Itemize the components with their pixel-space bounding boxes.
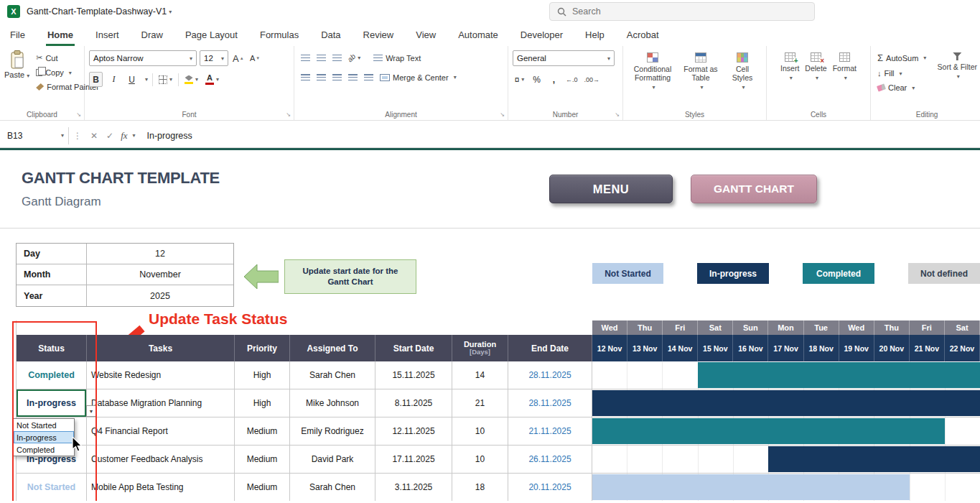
dialog-launcher-icon[interactable]: ↘ (615, 111, 620, 118)
align-left-button[interactable] (299, 70, 312, 85)
cell-assigned-to[interactable]: David Park (290, 446, 375, 473)
fill-button[interactable]: ↓Fill▾ (875, 68, 928, 79)
cell-priority[interactable]: High (235, 389, 290, 417)
underline-button[interactable]: U (125, 72, 139, 87)
gantt-bar[interactable] (592, 474, 910, 500)
cell-duration[interactable]: 18 (452, 474, 508, 501)
tab-home[interactable]: Home (46, 23, 75, 46)
tab-view[interactable]: View (414, 23, 437, 46)
dropdown-option-in-progress[interactable]: In-progress (14, 431, 74, 443)
gantt-bar[interactable] (768, 446, 980, 472)
tab-acrobat[interactable]: Acrobat (625, 23, 661, 46)
year-value-cell[interactable]: 2025 (87, 285, 233, 306)
format-as-table-button[interactable]: Format as Table▾ (679, 50, 722, 107)
autosum-button[interactable]: ΣAutoSum▾ (875, 51, 928, 65)
cell-priority[interactable]: Medium (235, 417, 290, 445)
cell-priority[interactable]: Medium (235, 446, 290, 473)
chevron-down-icon[interactable]: ▾ (169, 9, 172, 15)
cell-status[interactable]: Completed (17, 361, 87, 389)
dialog-launcher-icon[interactable]: ↘ (500, 111, 505, 118)
enter-icon[interactable]: ✓ (102, 131, 118, 141)
cell-start-date[interactable]: 8.11.2025 (375, 389, 452, 417)
font-color-button[interactable]: A▾ (204, 72, 220, 87)
decrease-decimal-button[interactable]: .00→ (583, 72, 602, 87)
tab-data[interactable]: Data (319, 23, 342, 46)
cell-task[interactable]: Mobile App Beta Testing (87, 474, 235, 501)
cell-assigned-to[interactable]: Mike Johnson (290, 389, 375, 417)
day-value-cell[interactable]: 12 (87, 244, 233, 264)
tab-developer[interactable]: Developer (519, 23, 564, 46)
cell-assigned-to[interactable]: Sarah Chen (290, 361, 375, 389)
align-top-button[interactable] (299, 50, 312, 65)
align-right-button[interactable] (330, 70, 344, 85)
gantt-bar[interactable] (592, 390, 980, 416)
formula-input[interactable]: In-progress (136, 131, 980, 141)
cell-duration[interactable]: 14 (452, 361, 508, 389)
bold-button[interactable]: B (89, 72, 103, 87)
paste-button[interactable]: Paste▾ (4, 50, 29, 93)
insert-cells-button[interactable]: +Insert▾ (779, 50, 801, 107)
cell-priority[interactable]: High (235, 361, 290, 389)
cell-end-date[interactable]: 20.11.2025 (508, 474, 592, 501)
cell-status[interactable]: Not Started (17, 474, 87, 501)
name-box[interactable]: B13▾ (0, 127, 69, 144)
search-input[interactable]: Search (549, 2, 815, 21)
workbook-title[interactable]: Gantt-Chart-Template-Dashway-V1 (27, 6, 167, 17)
decrease-indent-button[interactable] (346, 70, 360, 85)
cell-task[interactable]: Q4 Financial Report (87, 417, 235, 445)
cell-start-date[interactable]: 17.11.2025 (375, 446, 452, 473)
dialog-launcher-icon[interactable]: ↘ (76, 111, 81, 118)
fill-color-button[interactable]: ▾ (183, 72, 200, 87)
insert-function-icon[interactable]: fx (118, 130, 130, 142)
tab-page-layout[interactable]: Page Layout (184, 23, 239, 46)
tab-help[interactable]: Help (584, 23, 606, 46)
tab-file[interactable]: File (9, 23, 27, 46)
increase-decimal-button[interactable]: ←.0 (564, 72, 579, 87)
font-size-select[interactable]: 12▾ (200, 50, 228, 66)
format-cells-button[interactable]: Format▾ (831, 50, 858, 107)
menu-button[interactable]: MENU (549, 175, 673, 203)
cell-end-date[interactable]: 21.11.2025 (508, 417, 592, 445)
percent-style-button[interactable]: % (530, 72, 543, 87)
cell-status-selected[interactable]: In-progress (17, 389, 87, 417)
increase-indent-button[interactable] (362, 70, 375, 85)
cell-dropdown-button[interactable]: ▼ (86, 405, 96, 417)
conditional-formatting-button[interactable]: Conditional Formatting▾ (627, 50, 678, 107)
dropdown-option-completed[interactable]: Completed (14, 443, 74, 456)
cell-start-date[interactable]: 15.11.2025 (375, 361, 452, 389)
dialog-launcher-icon[interactable]: ↘ (286, 111, 291, 118)
cell-assigned-to[interactable]: Sarah Chen (290, 474, 375, 501)
align-center-button[interactable] (314, 70, 328, 85)
italic-button[interactable]: I (107, 72, 121, 87)
cell-end-date[interactable]: 28.11.2025 (508, 389, 592, 417)
borders-button[interactable]: ▾ (157, 72, 174, 87)
gantt-bar[interactable] (698, 362, 980, 388)
cell-duration[interactable]: 10 (452, 417, 508, 445)
cell-start-date[interactable]: 3.11.2025 (375, 474, 452, 501)
increase-font-button[interactable]: A▲ (231, 51, 246, 66)
wrap-text-button[interactable]: Wrap Text (371, 52, 423, 64)
cell-start-date[interactable]: 12.11.2025 (375, 417, 452, 445)
orientation-button[interactable]: ab▾ (346, 50, 362, 65)
merge-center-button[interactable]: Merge & Center▾ (378, 72, 459, 83)
sort-filter-button[interactable]: Sort & Filter▾ (935, 50, 979, 107)
cell-styles-button[interactable]: Cell Styles▾ (724, 50, 761, 107)
tab-formulas[interactable]: Formulas (258, 23, 300, 46)
tab-insert[interactable]: Insert (94, 23, 121, 46)
align-middle-button[interactable] (314, 50, 328, 65)
dropdown-option-not-started[interactable]: Not Started (14, 419, 74, 431)
align-bottom-button[interactable] (330, 50, 344, 65)
cell-duration[interactable]: 21 (452, 389, 508, 417)
font-family-select[interactable]: Aptos Narrow▾ (89, 50, 197, 66)
cell-duration[interactable]: 10 (452, 446, 508, 473)
tab-draw[interactable]: Draw (140, 23, 164, 46)
cell-end-date[interactable]: 26.11.2025 (508, 446, 592, 473)
decrease-font-button[interactable]: A▼ (248, 51, 262, 66)
tab-automate[interactable]: Automate (457, 23, 500, 46)
tab-review[interactable]: Review (362, 23, 396, 46)
cancel-icon[interactable]: ✕ (86, 131, 102, 141)
cell-end-date[interactable]: 28.11.2025 (508, 361, 592, 389)
gantt-bar[interactable] (592, 418, 945, 444)
cell-priority[interactable]: Medium (235, 474, 290, 501)
clear-button[interactable]: Clear▾ (875, 82, 928, 93)
